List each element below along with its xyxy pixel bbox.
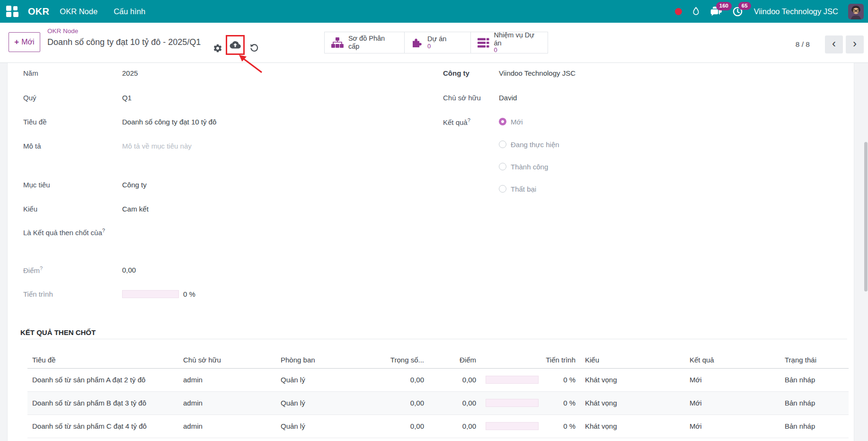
col-result[interactable]: Kết quả (685, 352, 780, 368)
field-row-key-result-of: Là Kết quả then chốt của? (23, 226, 430, 251)
menu-cau-hinh[interactable]: Cấu hình (114, 7, 145, 16)
radio-icon[interactable] (499, 141, 506, 148)
activities-badge: 65 (738, 2, 751, 10)
user-company-menu[interactable]: Viindoo Technology JSC (754, 7, 838, 16)
field-row-description: Mô tả Mô tả về mục tiêu này (23, 140, 430, 151)
field-label: Quý (23, 94, 122, 102)
messages-badge: 160 (716, 2, 732, 10)
annotation-highlight-box (226, 35, 245, 55)
field-label: Là Kết quả then chốt của? (23, 226, 122, 239)
col-owner[interactable]: Chủ sở hữu (178, 352, 276, 368)
smart-button-hierarchy[interactable]: Sơ đồ Phân cấp (325, 32, 404, 53)
owner-field[interactable]: David (499, 94, 517, 102)
help-marker: ? (40, 265, 43, 271)
field-row-target: Mục tiêu Công ty (23, 179, 430, 190)
smart-buttons: Sơ đồ Phân cấp Dự án 0 Nhiệm vụ Dự (324, 32, 548, 53)
control-panel: + Mới OKR Node Doanh số công ty đạt 10 t… (0, 23, 868, 63)
pager: 8 / 8 ‹ › (796, 35, 864, 53)
menu-okr-node[interactable]: OKR Node (60, 7, 97, 16)
field-label: Tiêu đề (23, 118, 122, 126)
apps-grid-icon[interactable] (6, 6, 18, 17)
field-label: Kiểu (23, 205, 122, 213)
radio-selected-icon[interactable] (499, 118, 506, 125)
table-row[interactable]: Doanh số từ sản phẩm A đạt 2 tỷ đô admin… (27, 368, 849, 391)
field-row-type: Kiểu Cam kết (23, 203, 430, 214)
new-record-button[interactable]: + Mới (9, 32, 40, 52)
plus-icon: + (14, 37, 19, 47)
row-progress-bar (486, 376, 539, 384)
key-results-table: Tiêu đề Chủ sở hữu Phòng ban Trọng số...… (27, 352, 849, 438)
field-label: Năm (23, 69, 122, 77)
pager-next-button[interactable]: › (846, 35, 864, 53)
row-progress-bar (486, 399, 539, 407)
company-field[interactable]: Viindoo Technology JSC (499, 69, 576, 77)
col-department[interactable]: Phòng ban (276, 352, 353, 368)
task-list-icon (478, 38, 489, 48)
year-field[interactable]: 2025 (122, 69, 138, 77)
radio-icon[interactable] (499, 185, 506, 193)
title-field[interactable]: Doanh số công ty đạt 10 tỷ đô (122, 118, 216, 126)
field-label: Kết quả? (443, 117, 538, 126)
recording-dot-icon (675, 8, 682, 15)
save-cloud-icon[interactable] (230, 41, 241, 49)
col-score[interactable]: Điểm (429, 352, 481, 368)
radio-option-success[interactable]: Thành công (499, 161, 548, 172)
activities-clock-icon[interactable]: 65 (732, 6, 743, 17)
discard-undo-icon[interactable] (249, 43, 259, 53)
form-view-background: Năm 2025 Quý Q1 Tiêu đề Doanh số công ty… (0, 63, 868, 441)
field-label: Mục tiêu (23, 181, 122, 189)
app-name[interactable]: OKR (28, 6, 49, 17)
smart-button-projects[interactable]: Dự án 0 (404, 32, 470, 53)
col-progress[interactable]: Tiến trình (481, 352, 580, 368)
field-row-year: Năm 2025 (23, 67, 430, 79)
description-field[interactable]: Mô tả về mục tiêu này (122, 142, 192, 150)
quarter-field[interactable]: Q1 (122, 94, 132, 102)
field-row-score: Điểm? 0,00 (23, 264, 430, 275)
radio-option-new[interactable]: Mới (499, 116, 523, 127)
user-avatar[interactable] (848, 4, 864, 19)
col-status[interactable]: Trạng thái (780, 352, 849, 368)
pager-value: 8 / 8 (796, 40, 810, 49)
okr-form-screen: OKR OKR Node Cấu hình 160 (0, 0, 868, 441)
puzzle-icon (411, 37, 423, 48)
field-label: Mô tả (23, 142, 122, 150)
sitemap-icon (331, 37, 344, 48)
target-field[interactable]: Công ty (122, 181, 147, 189)
col-weight[interactable]: Trọng số... (353, 352, 429, 368)
score-field: 0,00 (122, 266, 136, 274)
field-row-result: Kết quả? (443, 116, 538, 127)
radio-option-failed[interactable]: Thất bại (499, 183, 536, 194)
record-title: Doanh số công ty đạt 10 tỷ đô - 2025/Q1 (47, 37, 201, 47)
radio-option-in-progress[interactable]: Đang thực hiện (499, 139, 559, 150)
col-title[interactable]: Tiêu đề (27, 352, 178, 368)
top-navbar: OKR OKR Node Cấu hình 160 (0, 0, 868, 23)
field-row-title: Tiêu đề Doanh số công ty đạt 10 tỷ đô (23, 116, 430, 127)
form-sheet: Năm 2025 Quý Q1 Tiêu đề Doanh số công ty… (7, 63, 854, 441)
table-row[interactable]: Doanh số từ sản phẩm C đạt 4 tỷ đô admin… (27, 415, 849, 438)
progress-value: 0 % (183, 290, 195, 298)
table-row[interactable]: Doanh số từ sản phẩm B đạt 3 tỷ đô admin… (27, 391, 849, 415)
section-divider (20, 339, 847, 339)
field-row-progress: Tiến trình 0 % (23, 288, 430, 300)
radio-icon[interactable] (499, 163, 506, 170)
field-row-quarter: Quý Q1 (23, 92, 430, 103)
navbar-right: 160 65 Viindoo Technology JSC (675, 0, 864, 23)
droplet-icon[interactable] (692, 6, 700, 17)
help-marker: ? (102, 228, 105, 233)
field-label: Tiến trình (23, 290, 122, 298)
field-label: Điểm? (23, 265, 122, 274)
col-type[interactable]: Kiểu (580, 352, 685, 368)
gear-icon[interactable] (213, 43, 223, 53)
main-menu: OKR Node Cấu hình (60, 7, 145, 16)
smart-button-project-tasks[interactable]: Nhiệm vụ Dự án 0 (470, 32, 548, 53)
field-label: Công ty (443, 69, 499, 77)
pager-previous-button[interactable]: ‹ (825, 35, 843, 53)
messages-icon[interactable]: 160 (710, 6, 722, 17)
breadcrumb[interactable]: OKR Node (47, 27, 78, 35)
field-row-company: Công ty Viindoo Technology JSC (443, 67, 746, 79)
table-header-row: Tiêu đề Chủ sở hữu Phòng ban Trọng số...… (27, 352, 849, 368)
type-field[interactable]: Cam kết (122, 205, 149, 213)
progress-bar (122, 290, 179, 298)
row-progress-bar (486, 422, 539, 430)
vertical-scrollbar-thumb[interactable] (864, 142, 868, 291)
